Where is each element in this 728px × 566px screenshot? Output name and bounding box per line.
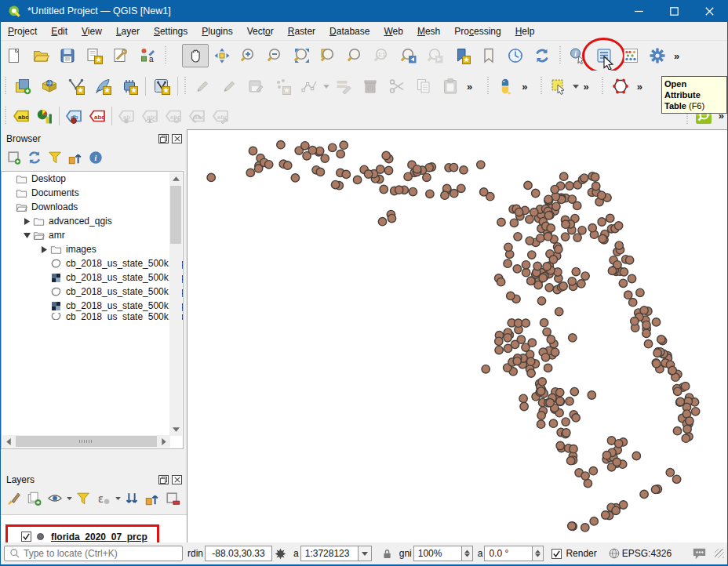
browser-item-downloads[interactable]: Downloads (2, 200, 183, 214)
statistical-summary-button[interactable] (617, 44, 644, 67)
menu-settings[interactable]: Settings (147, 23, 195, 40)
scroll-left-icon[interactable] (2, 435, 15, 448)
browser-horizontal-scrollbar[interactable] (2, 435, 170, 448)
browser-item-cb-2018-us-state-500k-shp-is[interactable]: cb_2018_us_state_500k.shp.is (2, 299, 183, 313)
style-manager-button[interactable]: a (134, 44, 161, 67)
filter-legend-button[interactable] (73, 489, 93, 508)
menu-edit[interactable]: Edit (44, 23, 75, 40)
browser-hscroll-thumb[interactable] (16, 436, 157, 447)
zoom-to-selection-button[interactable] (342, 44, 369, 67)
lock-scale-icon[interactable] (381, 548, 393, 560)
temporal-controller-button[interactable] (502, 44, 529, 67)
add-group-button[interactable] (24, 489, 45, 508)
data-source-manager-button[interactable] (9, 74, 36, 98)
new-geopackage-layer-button[interactable] (36, 74, 63, 98)
toolbar-drag-handle[interactable] (162, 46, 168, 65)
map-canvas-area[interactable] (187, 129, 727, 542)
layer-name[interactable]: florida_2020_07_prcp (51, 532, 147, 542)
scale-combobox[interactable]: 1:3728123 (300, 546, 359, 561)
manage-map-themes-button[interactable] (45, 489, 65, 508)
new-project-button[interactable] (1, 44, 27, 67)
select-features-button[interactable] (545, 74, 572, 98)
identify-features-button[interactable]: i (564, 44, 591, 67)
filter-by-expression-dropdown-icon[interactable] (114, 497, 122, 500)
zoom-out-button[interactable] (262, 44, 289, 67)
locator-input[interactable] (22, 547, 179, 560)
show-layout-manager-button[interactable] (107, 44, 134, 67)
collapse-all-browser-button[interactable] (65, 148, 86, 167)
browser-properties-button[interactable]: i (86, 148, 106, 167)
open-attribute-table-button[interactable] (591, 44, 617, 67)
browser-item-amr[interactable]: amr (2, 228, 183, 242)
rotation-spin-icons[interactable] (533, 546, 544, 561)
layers-float-button[interactable] (158, 475, 169, 484)
scroll-down-icon[interactable] (169, 423, 182, 436)
menu-project[interactable]: Project (1, 23, 44, 40)
pan-map-button[interactable] (182, 44, 209, 67)
processing-toolbox-button[interactable] (644, 44, 671, 67)
remove-layer-group-button[interactable] (162, 489, 183, 508)
browser-vscroll-thumb[interactable] (170, 186, 181, 244)
magnifier-spinbox[interactable]: 100% (413, 546, 462, 561)
close-button[interactable] (692, 0, 727, 22)
maximize-button[interactable] (657, 0, 692, 22)
pan-to-selection-button[interactable] (209, 44, 235, 67)
crs-value[interactable]: EPSG:4326 (622, 548, 672, 559)
open-project-button[interactable] (27, 44, 54, 67)
menu-web[interactable]: Web (377, 23, 410, 40)
toolbar-drag-handle[interactable] (2, 107, 8, 125)
highlight-labels-button[interactable]: abc (86, 105, 109, 127)
browser-close-button[interactable] (172, 134, 182, 143)
crs-globe-icon[interactable] (608, 547, 621, 560)
layers-close-button[interactable] (172, 475, 182, 484)
zoom-full-button[interactable] (289, 44, 315, 67)
browser-item-images[interactable]: images (2, 242, 183, 256)
browser-vertical-scrollbar[interactable] (169, 172, 182, 436)
render-checkbox[interactable] (551, 549, 562, 559)
select-features-dropdown-icon[interactable] (572, 85, 580, 89)
browser-item-cb-2018-us-state-500k-shp-i[interactable]: cb_2018_us_state_500k.shp.i (2, 313, 183, 320)
filter-by-expression-button[interactable]: ε (93, 489, 114, 508)
open-layer-styling-button[interactable] (4, 489, 24, 508)
toolbar-drag-handle[interactable] (538, 77, 544, 96)
pin-unpin-labels-button[interactable]: ab (62, 105, 86, 127)
new-spatial-bookmark-button[interactable] (449, 44, 475, 67)
toolbar-drag-handle[interactable] (485, 77, 490, 96)
menu-view[interactable]: View (75, 23, 109, 40)
menu-vector[interactable]: Vector (240, 23, 281, 40)
toolbar-drag-handle[interactable] (600, 77, 606, 96)
browser-float-button[interactable] (158, 134, 169, 143)
toolbar-overflow-icon[interactable]: » (464, 81, 475, 93)
resize-grip[interactable] (715, 549, 724, 558)
locator-search[interactable] (4, 546, 183, 561)
manage-map-themes-dropdown-icon[interactable] (65, 497, 73, 500)
vertex-tool-dropdown-icon[interactable] (322, 85, 330, 89)
zoom-last-button[interactable] (395, 44, 422, 67)
browser-item-cb-2018-us-state-500k-shp-e[interactable]: cb_2018_us_state_500k.shp.e (2, 285, 183, 299)
browser-item-cb-2018-us-state-500k-shp-e[interactable]: cb_2018_us_state_500k.shp.e (2, 270, 183, 285)
layer-visibility-checkbox[interactable] (21, 532, 31, 542)
map-canvas[interactable] (188, 131, 728, 542)
new-print-layout-button[interactable] (81, 44, 107, 67)
magnifier-spin-icons[interactable] (462, 546, 473, 561)
add-selected-layers-button[interactable] (4, 148, 24, 167)
save-project-button[interactable] (54, 44, 81, 67)
toolbar-overflow-icon[interactable]: » (519, 81, 530, 93)
menu-layer[interactable]: Layer (109, 23, 147, 40)
menu-processing[interactable]: Processing (447, 23, 508, 40)
tree-right-arrow-icon[interactable] (22, 218, 31, 225)
menu-database[interactable]: Database (322, 23, 377, 40)
toolbar-drag-handle[interactable] (182, 77, 187, 96)
scale-dropdown-icon[interactable] (359, 546, 372, 561)
browser-item-advanced-qgis[interactable]: advanced_qgis (2, 214, 183, 228)
toolbar-overflow-icon[interactable]: » (671, 50, 682, 62)
refresh-browser-button[interactable] (24, 148, 45, 167)
rotation-spinbox[interactable]: 0.0 ° (484, 546, 533, 561)
menu-help[interactable]: Help (508, 23, 542, 40)
menu-raster[interactable]: Raster (281, 23, 322, 40)
menu-mesh[interactable]: Mesh (410, 23, 447, 40)
layer-labeling-options-button[interactable]: abc (9, 105, 33, 127)
layer-diagram-options-button[interactable] (33, 105, 56, 127)
filter-browser-button[interactable] (45, 148, 65, 167)
zoom-to-layer-button[interactable] (315, 44, 342, 67)
